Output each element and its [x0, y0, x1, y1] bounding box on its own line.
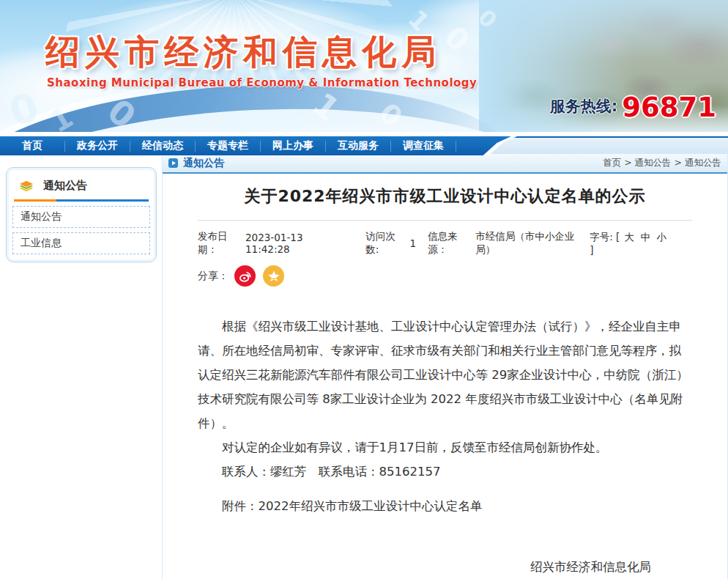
nav-bar: 首页 政务公开 经信动态 专题专栏 网上办事 互动服务 调查征集 — [0, 136, 511, 155]
content-area: 通知公告 通知公告 工业信息 通知公告 首页 > 通知公告 > 通知公告 关于2… — [0, 154, 728, 579]
books-icon — [17, 178, 36, 193]
article: 关于2022年绍兴市市级工业设计中心认定名单的公示 发布日期： 2023-01-… — [163, 185, 727, 579]
nav-item-gov-affairs[interactable]: 政务公开 — [65, 139, 130, 152]
section-title: 通知公告 — [183, 157, 224, 170]
nav-item-home[interactable]: 首页 — [0, 139, 64, 152]
hotline-number: 96871 — [622, 94, 716, 121]
hotline-label: 服务热线: — [550, 96, 617, 121]
sidebar: 通知公告 通知公告 工业信息 — [6, 167, 157, 262]
title-divider — [198, 220, 692, 221]
publish-date-value: 2023-01-13 11:42:28 — [245, 232, 346, 255]
section-header-bar: 通知公告 首页 > 通知公告 > 通知公告 — [163, 154, 727, 174]
share-label: 分享： — [198, 270, 229, 283]
article-body: 根据《绍兴市级工业设计基地、工业设计中心认定管理办法（试行）》，经企业自主申请、… — [198, 314, 692, 518]
article-meta: 发布日期： 2023-01-13 11:42:28 访问次数: 1 信息来源： … — [198, 230, 692, 257]
font-size-control: 字号: [ 大 中 小 ] — [590, 231, 672, 256]
signature-bureau: 绍兴市经济和信息化局 — [198, 559, 692, 575]
qzone-share-icon[interactable] — [263, 265, 284, 287]
section-header-left: 通知公告 — [168, 157, 224, 170]
sidebar-column: 通知公告 通知公告 工业信息 — [0, 154, 163, 579]
visits-label: 访问次数: — [365, 230, 406, 257]
nav-item-online-services[interactable]: 网上办事 — [261, 139, 325, 152]
font-size-large-button[interactable]: 大 — [625, 231, 635, 243]
bureau-title: 绍兴市经济和信息化局 — [45, 29, 441, 75]
font-size-label: 字号: — [590, 231, 613, 243]
publish-date-label: 发布日期： — [198, 230, 245, 257]
sidebar-item-notices[interactable]: 通知公告 — [12, 206, 150, 228]
nav-item-interaction[interactable]: 互动服务 — [326, 139, 390, 152]
source-value: 市经信局（市中小企业局） — [475, 230, 590, 257]
nav-item-special-topics[interactable]: 专题专栏 — [196, 139, 260, 152]
main-navigation: 首页 政务公开 经信动态 专题专栏 网上办事 互动服务 调查征集 — [0, 136, 728, 154]
visits-value: 1 — [410, 237, 417, 249]
sidebar-header-label: 通知公告 — [43, 179, 87, 193]
bracket: [ — [616, 231, 620, 243]
nav-item-news[interactable]: 经信动态 — [130, 139, 195, 152]
sidebar-header: 通知公告 — [12, 175, 150, 199]
breadcrumb[interactable]: 首页 > 通知公告 > 通知公告 — [603, 157, 721, 169]
bracket: ] — [590, 244, 593, 256]
nav-item-surveys[interactable]: 调查征集 — [391, 139, 456, 152]
header-banner: 0 1 0 1 0 0 1 0 绍兴市经济和信息化局 Shaoxing Muni… — [0, 0, 728, 132]
paragraph: 对认定的企业如有异议，请于1月17日前，反馈至市经信局创新协作处。 — [198, 435, 692, 460]
attachment-link[interactable]: 附件：2022年绍兴市市级工业设计中心认定名单 — [198, 494, 692, 518]
weibo-share-icon[interactable] — [234, 265, 256, 287]
font-size-small-button[interactable]: 小 — [656, 231, 666, 243]
sidebar-item-industry-info[interactable]: 工业信息 — [12, 232, 150, 254]
paragraph: 根据《绍兴市级工业设计基地、工业设计中心认定管理办法（试行）》，经企业自主申请、… — [198, 314, 692, 435]
paragraph-contact: 联系人：缪红芳 联系电话：85162157 — [198, 460, 692, 484]
nav-separator — [456, 141, 456, 152]
share-row: 分享： — [198, 265, 692, 287]
source-label: 信息来源： — [428, 230, 475, 257]
main-column: 通知公告 首页 > 通知公告 > 通知公告 关于2022年绍兴市市级工业设计中心… — [163, 154, 728, 579]
service-hotline: 服务热线: 96871 — [550, 94, 716, 121]
sidebar-header-rule — [14, 199, 149, 202]
play-arrow-icon — [168, 158, 178, 168]
bureau-title-english: Shaoxing Municipal Bureau of Economy & I… — [47, 76, 477, 89]
article-title: 关于2022年绍兴市市级工业设计中心认定名单的公示 — [198, 185, 692, 207]
font-size-medium-button[interactable]: 中 — [640, 231, 650, 243]
